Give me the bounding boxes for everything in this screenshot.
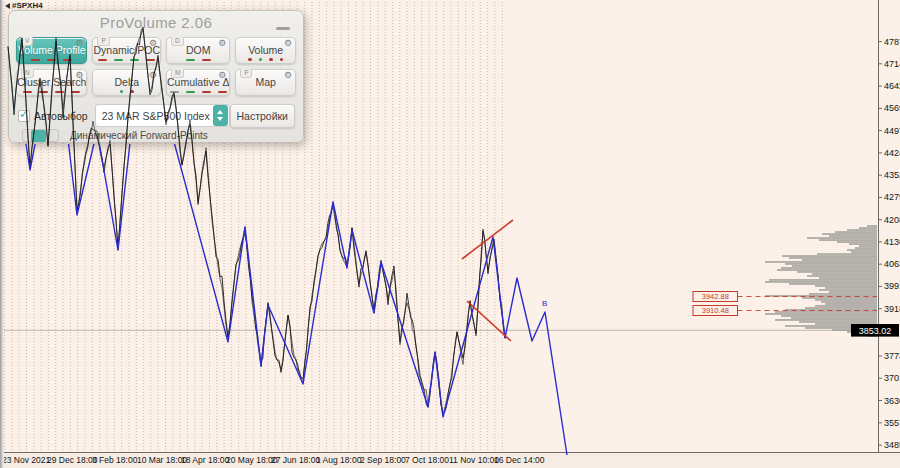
svg-text:1 Aug 18:00: 1 Aug 18:00 xyxy=(316,455,362,465)
feature-button-dynamic-poc[interactable]: P⚙Dynamic POC xyxy=(92,37,161,64)
svg-text:3918.90: 3918.90 xyxy=(884,304,900,314)
panel-title: ProVolume 2.06 xyxy=(9,14,303,31)
feature-button-delta[interactable]: ⚙Delta xyxy=(92,69,161,96)
gear-icon[interactable]: ⚙ xyxy=(218,70,226,80)
select-spinner-icon[interactable] xyxy=(213,105,228,126)
svg-text:16 Dec 14:00: 16 Dec 14:00 xyxy=(494,455,545,465)
hotkey-badge: N xyxy=(21,69,34,78)
svg-text:3942.88: 3942.88 xyxy=(702,292,729,301)
gear-icon[interactable]: ⚙ xyxy=(149,70,157,80)
hotkey-badge: V xyxy=(21,37,33,46)
chart-window: 4787.454714.954642.454569.954497.454424.… xyxy=(0,0,900,468)
svg-text:4352.45: 4352.45 xyxy=(884,170,900,180)
gear-icon[interactable]: ⚙ xyxy=(284,38,292,48)
svg-text:3557.85: 3557.85 xyxy=(884,418,900,428)
svg-text:2 Sep 18:00: 2 Sep 18:00 xyxy=(360,455,406,465)
svg-text:4208.90: 4208.90 xyxy=(884,215,900,225)
svg-text:4569.95: 4569.95 xyxy=(884,103,900,113)
gear-icon[interactable]: ⚙ xyxy=(149,38,157,48)
indicator-dash xyxy=(47,59,56,62)
gear-icon[interactable]: ⚙ xyxy=(75,70,83,80)
svg-text:4497.45: 4497.45 xyxy=(884,126,900,136)
indicator-dot xyxy=(269,58,273,62)
svg-text:4063.90: 4063.90 xyxy=(884,259,900,269)
time-axis[interactable]: 23 Nov 202129 Dec 18:003 Feb 18:0010 Mar… xyxy=(0,453,900,468)
feature-button-volume-profile[interactable]: V⚙Volume Profile xyxy=(16,37,87,64)
autoselect-checkbox[interactable]: ✓ Автовыбор xyxy=(18,110,88,122)
svg-text:20 May 18:00: 20 May 18:00 xyxy=(226,455,278,465)
indicator-dot xyxy=(280,58,284,62)
indicator-dash xyxy=(23,91,32,94)
svg-text:3630.35: 3630.35 xyxy=(884,396,900,406)
indicator-dash xyxy=(186,59,195,62)
svg-text:4424.95: 4424.95 xyxy=(884,148,900,158)
indicator-dash xyxy=(39,91,48,94)
svg-text:3485.35: 3485.35 xyxy=(884,440,900,450)
gear-icon[interactable]: ⚙ xyxy=(284,70,292,80)
symbol-label: #SPXH4 xyxy=(5,1,43,10)
svg-text:4787.45: 4787.45 xyxy=(884,37,900,47)
volume-profile xyxy=(765,225,877,337)
indicator-row xyxy=(167,91,229,94)
indicator-row xyxy=(93,59,160,62)
chevron-up-icon xyxy=(217,110,223,114)
check-icon: ✓ xyxy=(19,107,29,121)
instrument-select[interactable]: 23 MAR S&P500 Index xyxy=(95,104,230,127)
indicator-dash xyxy=(186,91,195,94)
indicator-dash xyxy=(71,91,80,94)
forward-points-label: Динамический Forward-Points xyxy=(70,130,208,141)
feature-button-volume[interactable]: ⚙Volume xyxy=(235,37,296,64)
svg-text:3991.40: 3991.40 xyxy=(884,281,900,291)
svg-text:7 Oct 18:00: 7 Oct 18:00 xyxy=(405,455,449,465)
feature-button-dom[interactable]: D⚙DOM xyxy=(166,37,230,64)
indicator-row xyxy=(93,90,160,94)
price-axis[interactable]: 4787.454714.954642.454569.954497.454424.… xyxy=(879,0,900,452)
indicator-row xyxy=(167,59,229,62)
indicator-dot xyxy=(120,90,124,94)
svg-text:29 Dec 18:00: 29 Dec 18:00 xyxy=(47,455,98,465)
indicator-row xyxy=(236,58,295,62)
indicator-dash xyxy=(130,59,139,62)
forward-points-toggle[interactable] xyxy=(22,129,59,142)
indicator-dot xyxy=(130,90,134,94)
indicator-dash xyxy=(98,59,107,62)
svg-text:3910.48: 3910.48 xyxy=(702,306,729,315)
indicator-dash xyxy=(218,91,227,94)
indicator-dash xyxy=(202,59,211,62)
feature-button-cumulative[interactable]: M⚙Cumulative Δ xyxy=(166,69,230,96)
feature-button-map[interactable]: F⚙Map xyxy=(235,69,296,96)
feature-buttons: V⚙Volume ProfileP⚙Dynamic POCD⚙DOM⚙Volum… xyxy=(16,37,296,96)
minimize-button[interactable] xyxy=(276,24,291,32)
symbol-text: #SPXH4 xyxy=(12,1,43,10)
gear-icon[interactable]: ⚙ xyxy=(218,38,226,48)
feature-button-cluster-search[interactable]: N⚙Cluster Search xyxy=(16,69,87,96)
svg-text:4279.95: 4279.95 xyxy=(884,192,900,202)
window-left-border xyxy=(0,0,4,468)
hotkey-badge: P xyxy=(97,37,109,46)
hotkey-badge: M xyxy=(171,69,184,78)
minimize-icon xyxy=(276,27,290,30)
indicator-dash xyxy=(55,91,64,94)
current-price-tag: 3853.02 xyxy=(851,324,899,337)
svg-text:18 Apr 18:00: 18 Apr 18:00 xyxy=(181,455,229,465)
svg-text:3 Feb 18:00: 3 Feb 18:00 xyxy=(92,455,138,465)
svg-text:11 Nov 10:00: 11 Nov 10:00 xyxy=(449,455,499,465)
hotkey-badge: F xyxy=(240,69,252,78)
svg-text:4714.95: 4714.95 xyxy=(884,59,900,69)
indicator-dash xyxy=(202,91,211,94)
provolume-panel[interactable]: ProVolume 2.06 V⚙Volume ProfileP⚙Dynamic… xyxy=(8,10,304,143)
svg-text:3701.40: 3701.40 xyxy=(884,373,900,383)
indicator-row xyxy=(17,59,86,62)
settings-button[interactable]: Настройки xyxy=(230,104,296,128)
svg-text:23 Nov 2021: 23 Nov 2021 xyxy=(2,455,50,465)
indicator-dot xyxy=(259,58,263,62)
chevron-down-icon xyxy=(217,117,223,121)
svg-text:27 Jun 18:00: 27 Jun 18:00 xyxy=(271,455,320,465)
indicator-dot xyxy=(248,58,252,62)
symbol-marker-icon xyxy=(5,3,10,9)
gear-icon[interactable]: ⚙ xyxy=(75,38,83,48)
svg-text:4136.40: 4136.40 xyxy=(884,237,900,247)
toggle-knob-icon xyxy=(31,130,46,142)
forward-points-row: Динамический Forward-Points xyxy=(22,128,208,142)
svg-text:3773.90: 3773.90 xyxy=(884,351,900,361)
